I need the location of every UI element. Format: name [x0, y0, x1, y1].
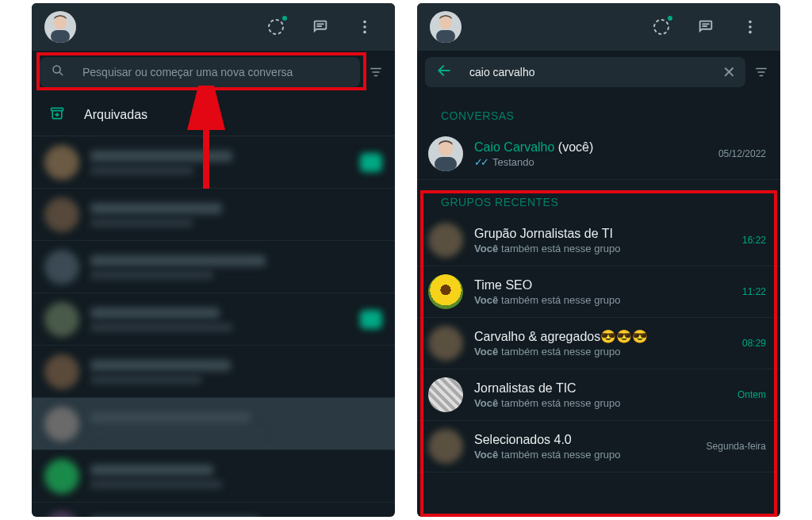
result-title: Selecionados 4.0 [474, 432, 689, 447]
chat-item[interactable] [32, 450, 395, 503]
avatar [428, 429, 463, 464]
svg-rect-20 [702, 23, 709, 25]
svg-point-7 [363, 25, 366, 29]
avatar [428, 377, 463, 412]
archived-label: Arquivadas [84, 108, 147, 122]
result-title: Jornalistas de TIC [474, 380, 720, 396]
chat-item[interactable] [32, 241, 395, 293]
chat-item[interactable] [32, 189, 395, 241]
search-input[interactable] [469, 66, 705, 78]
filter-icon[interactable] [750, 61, 772, 83]
svg-point-19 [654, 20, 668, 34]
result-group[interactable]: Carvalho & agregados😎😎😎Você também está … [417, 318, 780, 369]
result-subtitle: Você também está nesse grupo [474, 397, 720, 409]
left-panel: Arquivadas [32, 3, 395, 517]
svg-line-10 [59, 72, 63, 75]
search-box[interactable] [40, 57, 360, 87]
svg-point-9 [53, 66, 60, 73]
svg-point-6 [363, 21, 366, 24]
svg-rect-18 [436, 30, 455, 43]
result-subtitle: Você também está nesse grupo [474, 346, 725, 358]
menu-dots-icon[interactable] [733, 10, 768, 44]
svg-rect-5 [316, 25, 321, 27]
result-subtitle: Você também está nesse grupo [474, 449, 689, 461]
archive-icon [49, 105, 65, 124]
menu-dots-icon[interactable] [347, 10, 382, 44]
search-input[interactable] [82, 66, 350, 78]
svg-rect-27 [758, 71, 765, 73]
result-group[interactable]: Jornalistas de TICVocê também está nesse… [417, 369, 780, 421]
result-title: Carvalho & agregados😎😎😎 [474, 329, 725, 344]
svg-rect-21 [702, 25, 707, 27]
svg-point-30 [439, 142, 453, 156]
chat-item[interactable] [32, 346, 395, 398]
svg-point-8 [363, 31, 366, 34]
svg-rect-4 [316, 23, 324, 25]
result-group[interactable]: Time SEOVocê também está nesse grupo11:2… [417, 266, 780, 318]
result-title: Time SEO [474, 277, 725, 292]
svg-rect-12 [373, 71, 380, 73]
svg-rect-14 [52, 108, 63, 110]
clear-search-icon[interactable]: ✕ [722, 64, 736, 80]
result-self[interactable]: Caio Carvalho (você) ✓✓ Testando 05/12/2… [417, 128, 780, 180]
result-time: 08:29 [742, 338, 766, 349]
svg-rect-2 [51, 30, 70, 43]
result-subtitle: ✓✓ Testando [474, 156, 701, 168]
avatar [428, 223, 463, 258]
chat-item[interactable] [32, 293, 395, 346]
chat-list [32, 136, 395, 517]
svg-point-1 [54, 17, 67, 29]
result-title: Caio Carvalho (você) [474, 140, 701, 155]
result-title: Grupão Jornalistas de TI [474, 226, 725, 241]
section-grupos: GRUPOS RECENTES [417, 180, 780, 215]
svg-point-3 [269, 20, 283, 34]
search-results: CONVERSAS Caio Carvalho (você) ✓✓ Testan… [417, 94, 780, 517]
svg-rect-11 [370, 68, 381, 70]
result-time: 16:22 [742, 235, 766, 246]
search-row-active: ✕ [417, 51, 780, 94]
avatar [428, 136, 463, 171]
profile-avatar[interactable] [44, 11, 76, 43]
chat-item[interactable] [32, 136, 395, 189]
svg-rect-28 [760, 75, 764, 77]
search-row [32, 51, 395, 94]
chat-item[interactable] [32, 503, 395, 517]
avatar [428, 274, 463, 309]
svg-rect-13 [374, 75, 378, 77]
filter-icon[interactable] [365, 61, 387, 83]
section-conversas: CONVERSAS [417, 94, 780, 128]
new-chat-icon[interactable] [688, 10, 723, 44]
left-header [32, 3, 395, 51]
result-subtitle: Você também está nesse grupo [474, 243, 725, 254]
result-time: Segunda-feira [707, 441, 766, 452]
status-icon[interactable] [644, 10, 679, 44]
result-group[interactable]: Grupão Jornalistas de TIVocê também está… [417, 215, 780, 266]
result-group[interactable]: Selecionados 4.0Você também está nesse g… [417, 421, 780, 472]
result-time: 11:22 [742, 286, 766, 297]
result-subtitle: Você também está nesse grupo [474, 294, 725, 306]
result-time: 05/12/2022 [718, 148, 766, 159]
status-icon[interactable] [259, 10, 293, 44]
new-chat-icon[interactable] [303, 10, 338, 44]
svg-point-23 [749, 25, 752, 29]
right-panel: ✕ CONVERSAS Caio Carvalho (você) ✓✓ Test… [417, 3, 780, 517]
archived-row[interactable]: Arquivadas [32, 94, 395, 136]
result-time: Ontem [737, 389, 766, 400]
svg-rect-31 [435, 157, 457, 171]
right-header [417, 3, 780, 51]
svg-point-24 [749, 31, 752, 34]
svg-point-22 [749, 21, 752, 24]
search-icon [51, 63, 65, 81]
search-box[interactable]: ✕ [425, 57, 745, 87]
profile-avatar[interactable] [430, 11, 462, 43]
chat-item[interactable] [32, 398, 395, 450]
avatar [428, 326, 463, 361]
svg-point-17 [439, 17, 452, 29]
back-arrow-icon[interactable] [436, 63, 452, 82]
read-ticks-icon: ✓✓ [474, 156, 487, 168]
svg-rect-26 [756, 68, 767, 70]
